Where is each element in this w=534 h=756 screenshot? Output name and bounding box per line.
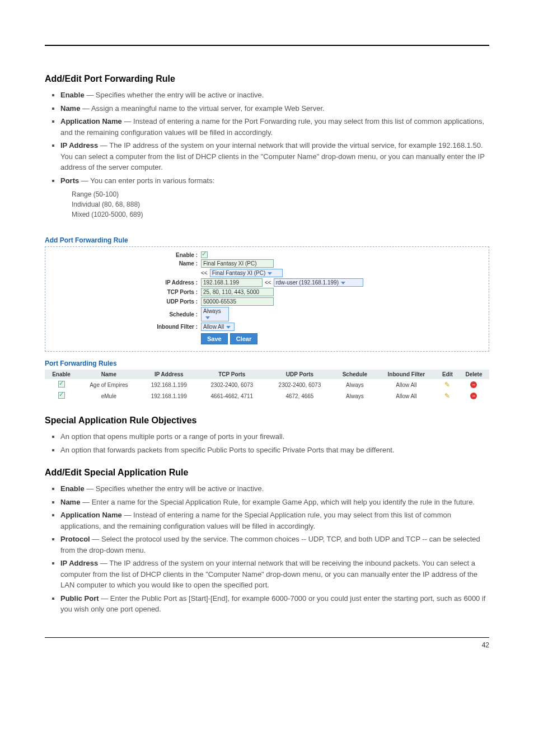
th-inf: Inbound Filter — [376, 370, 437, 379]
special-app-objectives-list: An option that opens multiple ports or a… — [45, 431, 489, 455]
bottom-rule — [45, 637, 489, 638]
top-rule — [45, 45, 489, 46]
chevron-down-icon — [268, 272, 272, 275]
add-edit-special-app-heading: Add/Edit Special Application Rule — [45, 468, 489, 478]
obj-1: An option that opens multiple ports or a… — [60, 431, 489, 442]
sa-enable: Enable — Specifies whether the entry wil… — [60, 483, 489, 494]
add-pf-rule-panel: Enable : Name : Final Fantasy XI (PC) <<… — [45, 246, 489, 352]
label-inf: Inbound Filter : — [50, 324, 201, 330]
label-name: Name : — [50, 260, 201, 267]
row-name: eMule — [78, 390, 140, 402]
label-udp: UDP Ports : — [50, 298, 201, 305]
th-name: Name — [78, 370, 140, 379]
ip-input[interactable]: 192.168.1.199 — [201, 278, 263, 287]
edit-icon[interactable]: ✎ — [444, 392, 450, 400]
th-delete: Delete — [458, 370, 489, 379]
ip-preset-select[interactable]: rdw-user (192.168.1.199) — [274, 278, 363, 287]
enable-checkbox[interactable] — [201, 251, 208, 258]
th-sched: Schedule — [334, 370, 376, 379]
ports-fmt-mixed: Mixed (1020-5000, 689) — [72, 209, 489, 220]
pf-rules-table: Enable Name IP Address TCP Ports UDP Por… — [45, 370, 489, 402]
application-preset-select[interactable]: Final Fantasy XI (PC) — [210, 269, 283, 277]
row-udp: 4672, 4665 — [266, 390, 334, 402]
add-edit-pf-rule-heading: Add/Edit Port Forwarding Rule — [45, 74, 489, 84]
save-button[interactable]: Save — [201, 333, 228, 344]
schedule-select[interactable]: Always — [201, 307, 229, 321]
sa-protocol: Protocol — Select the protocol used by t… — [60, 534, 489, 556]
li-ports: Ports — You can enter ports in various f… — [60, 175, 489, 220]
row-tcp: 4661-4662, 4711 — [198, 390, 266, 402]
row-inf: Allow All — [376, 390, 437, 402]
special-app-objectives-heading: Special Application Rule Objectives — [45, 416, 489, 426]
row-udp: 2302-2400, 6073 — [266, 379, 334, 390]
sa-name: Name — Enter a name for the Special Appl… — [60, 497, 489, 508]
chevron-down-icon — [226, 326, 231, 329]
th-enable: Enable — [45, 370, 78, 379]
ports-fmt-range: Range (50-100) — [72, 189, 489, 199]
label-tcp: TCP Ports : — [50, 289, 201, 295]
li-enable: Enable — Specifies whether the entry wil… — [60, 90, 489, 101]
ip-preset-arrow-label: << — [265, 279, 271, 286]
obj-2: An option that forwards packets from spe… — [60, 445, 489, 456]
special-app-field-list: Enable — Specifies whether the entry wil… — [45, 483, 489, 615]
sa-appname: Application Name — Instead of entering a… — [60, 510, 489, 531]
row-inf: Allow All — [376, 379, 437, 390]
chevron-down-icon — [205, 316, 210, 319]
clear-button[interactable]: Clear — [230, 333, 258, 344]
label-sched: Schedule : — [50, 311, 201, 318]
sa-ip: IP Address — The IP address of the syste… — [60, 558, 489, 591]
chevron-down-icon — [341, 282, 345, 284]
delete-icon[interactable]: − — [470, 381, 477, 388]
row-ip: 192.168.1.199 — [140, 390, 198, 402]
row-sched: Always — [334, 379, 376, 390]
sa-publicport: Public Port — Enter the Public Port as [… — [60, 593, 489, 615]
row-enable-checkbox[interactable] — [58, 381, 65, 388]
inbound-filter-select[interactable]: Allow All — [201, 323, 235, 331]
udp-input[interactable]: 50000-65535 — [201, 297, 274, 306]
th-edit: Edit — [437, 370, 458, 379]
row-name: Age of Empires — [78, 379, 140, 390]
row-sched: Always — [334, 390, 376, 402]
li-ip: IP Address — The IP address of the syste… — [60, 140, 489, 173]
label-ip: IP Address : — [50, 279, 201, 286]
th-ip: IP Address — [140, 370, 198, 379]
delete-icon[interactable]: − — [470, 393, 477, 399]
label-enable: Enable : — [50, 252, 201, 258]
edit-icon[interactable]: ✎ — [444, 381, 450, 389]
li-name: Name — Assign a meaningful name to the v… — [60, 103, 489, 114]
name-input[interactable]: Final Fantasy XI (PC) — [201, 259, 274, 268]
row-enable-checkbox[interactable] — [58, 392, 65, 399]
tcp-input[interactable]: 25, 80, 110, 443, 5000 — [201, 288, 274, 296]
row-tcp: 2302-2400, 6073 — [198, 379, 266, 390]
table-row: eMule 192.168.1.199 4661-4662, 4711 4672… — [45, 390, 489, 402]
ports-fmt-indiv: Individual (80, 68, 888) — [72, 199, 489, 209]
pf-rules-list-title: Port Forwarding Rules — [45, 360, 489, 367]
pf-rule-field-list: Enable — Specifies whether the entry wil… — [45, 90, 489, 220]
table-row: Age of Empires 192.168.1.199 2302-2400, … — [45, 379, 489, 390]
page-number: 42 — [45, 641, 489, 649]
li-appname: Application Name — Instead of entering a… — [60, 116, 489, 138]
th-tcp: TCP Ports — [198, 370, 266, 379]
preset-arrow-label: << — [201, 270, 208, 276]
th-udp: UDP Ports — [266, 370, 334, 379]
row-ip: 192.168.1.199 — [140, 379, 198, 390]
add-pf-rule-panel-title: Add Port Forwarding Rule — [45, 236, 489, 244]
